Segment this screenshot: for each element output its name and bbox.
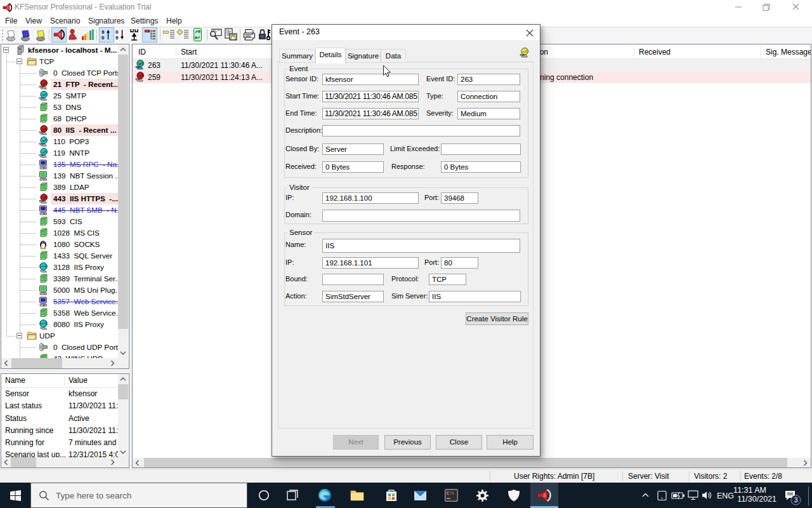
- svg-text:C:\: C:\: [447, 491, 454, 496]
- svg-text:3: 3: [794, 497, 798, 504]
- svg-text:0: 0: [115, 29, 119, 35]
- svg-text:9: 9: [102, 29, 105, 35]
- svg-text:0: 0: [102, 35, 105, 41]
- svg-text:9: 9: [115, 35, 119, 41]
